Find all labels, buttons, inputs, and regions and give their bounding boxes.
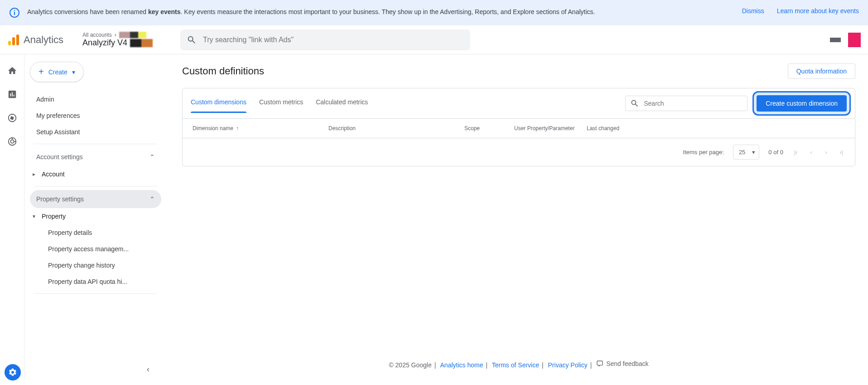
reports-icon[interactable] bbox=[7, 89, 18, 100]
svg-rect-9 bbox=[597, 361, 603, 365]
info-icon bbox=[9, 7, 20, 18]
gear-icon bbox=[8, 368, 17, 377]
tabs: Custom dimensions Custom metrics Calcula… bbox=[191, 95, 368, 112]
table-search-input[interactable] bbox=[644, 100, 743, 107]
last-page-icon[interactable]: ›| bbox=[838, 147, 845, 157]
create-button[interactable]: + Create ▾ bbox=[30, 62, 84, 82]
svg-rect-2 bbox=[14, 10, 15, 11]
search-icon bbox=[630, 99, 639, 108]
avatar[interactable] bbox=[848, 33, 861, 47]
nav-admin[interactable]: Admin bbox=[30, 91, 161, 107]
property-name-redacted bbox=[130, 39, 153, 47]
col-scope[interactable]: Scope bbox=[464, 125, 514, 132]
table-header: Dimension name ↑ Description Scope User … bbox=[183, 118, 855, 138]
chevron-up-icon: ⌃ bbox=[149, 195, 155, 203]
settings-fab[interactable] bbox=[5, 364, 21, 380]
account-expand[interactable]: ▸ Account bbox=[30, 166, 161, 182]
advertising-icon[interactable] bbox=[7, 136, 18, 147]
nav-setup-assistant[interactable]: Setup Assistant bbox=[30, 124, 161, 140]
nav-property-access[interactable]: Property access managem... bbox=[30, 241, 161, 257]
logo[interactable]: Analytics bbox=[7, 34, 75, 46]
svg-rect-3 bbox=[8, 41, 11, 45]
page-range: 0 of 0 bbox=[768, 149, 783, 156]
prev-page-icon[interactable]: ‹ bbox=[809, 147, 814, 157]
send-feedback-button[interactable]: Send feedback bbox=[596, 360, 648, 367]
global-search[interactable] bbox=[180, 29, 470, 50]
page-title: Custom definitions bbox=[182, 65, 264, 77]
admin-sidebar: + Create ▾ Admin My preferences Setup As… bbox=[24, 54, 169, 380]
footer-analytics-home[interactable]: Analytics home bbox=[440, 361, 483, 369]
tab-calculated-metrics[interactable]: Calculated metrics bbox=[316, 95, 368, 112]
svg-rect-5 bbox=[16, 34, 19, 45]
plus-icon: + bbox=[39, 67, 44, 77]
analytics-logo-icon bbox=[7, 34, 20, 46]
banner-text: Analytics conversions have been renamed … bbox=[27, 7, 735, 17]
dropdown-icon: ▾ bbox=[72, 68, 75, 76]
info-banner: Analytics conversions have been renamed … bbox=[0, 0, 868, 25]
header-indicator bbox=[830, 38, 841, 42]
dismiss-link[interactable]: Dismiss bbox=[742, 7, 764, 15]
page-size-select[interactable]: 25 bbox=[733, 145, 759, 160]
nav-property-change-history[interactable]: Property change history bbox=[30, 257, 161, 273]
property-settings-section[interactable]: Property settings ⌃ bbox=[30, 190, 161, 208]
col-description[interactable]: Description bbox=[328, 125, 464, 132]
feedback-icon bbox=[596, 360, 603, 367]
svg-rect-4 bbox=[12, 37, 15, 45]
home-icon[interactable] bbox=[7, 65, 18, 76]
footer-privacy[interactable]: Privacy Policy bbox=[548, 361, 588, 369]
app-header: Analytics All accounts › Analyzify V4 bbox=[0, 25, 868, 54]
table-search[interactable] bbox=[625, 96, 747, 111]
first-page-icon[interactable]: |‹ bbox=[792, 147, 800, 157]
property-expand[interactable]: ▾ Property bbox=[30, 208, 161, 224]
items-per-page-label: Items per page: bbox=[683, 149, 724, 156]
col-dimension-name[interactable]: Dimension name ↑ bbox=[193, 125, 328, 132]
svg-point-8 bbox=[10, 140, 14, 143]
breadcrumb[interactable]: All accounts › Analyzify V4 bbox=[82, 32, 173, 48]
next-page-icon[interactable]: › bbox=[823, 147, 829, 157]
footer: © 2025 Google| Analytics home| Terms of … bbox=[182, 355, 855, 370]
nav-property-api-quota[interactable]: Property data API quota hi... bbox=[30, 273, 161, 290]
chevron-right-icon: ▸ bbox=[31, 171, 37, 177]
tab-custom-metrics[interactable]: Custom metrics bbox=[259, 95, 303, 112]
nav-rail bbox=[0, 54, 24, 380]
col-last-changed[interactable]: Last changed bbox=[587, 125, 655, 132]
create-custom-dimension-button[interactable]: Create custom dimension bbox=[757, 95, 847, 112]
sort-asc-icon: ↑ bbox=[236, 125, 239, 132]
quota-information-button[interactable]: Quota information bbox=[788, 63, 855, 79]
search-input[interactable] bbox=[203, 36, 464, 44]
account-settings-section[interactable]: Account settings ⌃ bbox=[30, 148, 161, 166]
search-icon bbox=[187, 35, 197, 45]
footer-terms[interactable]: Terms of Service bbox=[492, 361, 539, 369]
nav-property-details[interactable]: Property details bbox=[30, 224, 161, 241]
product-name: Analytics bbox=[24, 34, 63, 46]
nav-my-preferences[interactable]: My preferences bbox=[30, 107, 161, 124]
tab-custom-dimensions[interactable]: Custom dimensions bbox=[191, 95, 246, 112]
learn-more-link[interactable]: Learn more about key events bbox=[777, 7, 859, 15]
chevron-right-icon: › bbox=[115, 32, 116, 38]
table-pagination: Items per page: 25 0 of 0 |‹ ‹ › ›| bbox=[183, 138, 855, 166]
main-content: Custom definitions Quota information Cus… bbox=[169, 54, 868, 380]
svg-rect-1 bbox=[14, 12, 15, 15]
definitions-card: Custom dimensions Custom metrics Calcula… bbox=[182, 88, 855, 166]
chevron-up-icon: ⌃ bbox=[149, 153, 155, 161]
explore-icon[interactable] bbox=[7, 112, 18, 123]
account-name-redacted bbox=[119, 32, 146, 38]
collapse-sidebar-icon[interactable]: ‹ bbox=[147, 365, 149, 374]
col-user-property[interactable]: User Property/Parameter bbox=[514, 125, 587, 132]
chevron-down-icon: ▾ bbox=[31, 213, 37, 219]
